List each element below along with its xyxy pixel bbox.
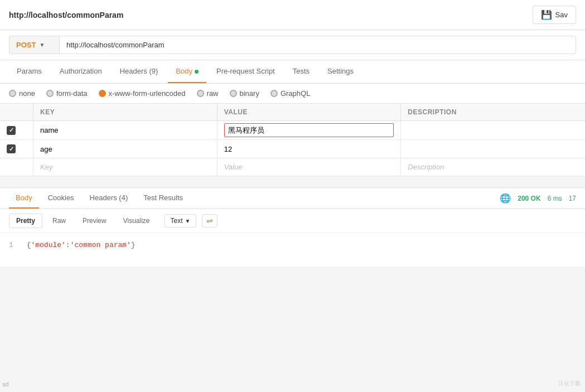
format-tab-pretty[interactable]: Pretty — [9, 214, 42, 228]
row1-checkbox[interactable]: ✓ — [7, 126, 16, 135]
radio-graphql[interactable]: GraphQL — [270, 89, 310, 98]
text-format-label: Text — [171, 217, 183, 225]
tab-tests[interactable]: Tests — [285, 60, 317, 83]
format-tab-raw[interactable]: Raw — [46, 214, 72, 228]
table-row-empty: Key Value Description — [0, 158, 585, 176]
row1-value-input[interactable] — [224, 123, 394, 137]
url-input[interactable] — [59, 36, 576, 54]
format-tab-preview[interactable]: Preview — [76, 214, 113, 228]
header-value: VALUE — [217, 104, 402, 120]
response-tab-test-results[interactable]: Test Results — [137, 188, 190, 209]
radio-raw-dot — [197, 90, 204, 97]
tab-pre-request[interactable]: Pre-request Script — [209, 60, 283, 83]
radio-x-www-urlencoded-dot — [99, 90, 106, 97]
url-bar: http://localhost/commonParam 💾 Sav — [0, 0, 585, 30]
code-module-value: 'common param' — [70, 241, 131, 249]
save-label: Sav — [555, 11, 568, 19]
code-module-key: 'module' — [31, 241, 65, 249]
status-time: 6 ms — [548, 195, 562, 202]
response-tab-cookies[interactable]: Cookies — [41, 188, 81, 209]
method-chevron-icon: ▼ — [39, 42, 45, 48]
params-table: KEY VALUE DESCRIPTION ✓ ✓ — [0, 104, 585, 176]
wrap-button[interactable]: ⇌ — [202, 214, 217, 228]
body-type-row: none form-data x-www-form-urlencoded raw… — [0, 84, 585, 104]
row1-key-cell — [33, 121, 217, 139]
radio-form-data-dot — [46, 90, 54, 97]
table-row: ✓ — [0, 140, 585, 158]
format-tab-visualize[interactable]: Visualize — [117, 214, 157, 228]
table-row: ✓ — [0, 121, 585, 140]
globe-icon: 🌐 — [500, 193, 511, 204]
method-select[interactable]: POST ▼ — [9, 36, 59, 54]
response-status-area: 🌐 200 OK 6 ms 17 — [500, 193, 576, 204]
response-tabs-row: Body Cookies Headers (4) Test Results 🌐 … — [0, 188, 585, 209]
row1-value-cell — [217, 121, 402, 139]
row2-desc-cell — [401, 140, 585, 158]
text-format-dropdown[interactable]: Text ▼ — [165, 214, 197, 228]
response-tab-body[interactable]: Body — [9, 188, 39, 209]
tab-headers[interactable]: Headers (9) — [112, 60, 166, 83]
row2-check-icon: ✓ — [9, 146, 14, 153]
url-bar-text: http://localhost/commonParam — [9, 11, 123, 20]
header-key: KEY — [33, 104, 217, 120]
row2-checkbox-cell: ✓ — [0, 140, 33, 158]
empty-value-placeholder: Value — [224, 163, 243, 171]
format-tabs-row: Pretty Raw Preview Visualize Text ▼ ⇌ — [0, 209, 585, 233]
radio-form-data[interactable]: form-data — [46, 89, 88, 98]
body-active-dot — [195, 70, 199, 74]
response-section: Body Cookies Headers (4) Test Results 🌐 … — [0, 187, 585, 267]
row1-checkbox-cell: ✓ — [0, 121, 33, 139]
row2-value-cell — [217, 140, 402, 158]
radio-binary-dot — [230, 90, 237, 97]
response-tab-headers[interactable]: Headers (4) — [83, 188, 135, 209]
tab-authorization[interactable]: Authorization — [52, 60, 110, 83]
code-area: 1 {'module':'common param'} — [0, 233, 585, 267]
save-icon: 💾 — [541, 9, 552, 20]
method-label: POST — [16, 41, 36, 49]
status-ok: 200 OK — [518, 195, 540, 202]
tab-body[interactable]: Body — [168, 60, 206, 83]
row2-value-input[interactable] — [224, 145, 394, 153]
empty-key-placeholder: Key — [40, 163, 52, 171]
empty-desc-placeholder: Description — [408, 163, 444, 171]
tab-params[interactable]: Params — [9, 60, 50, 83]
spacer — [0, 176, 585, 183]
status-size: 17 — [569, 195, 576, 202]
save-button[interactable]: 💾 Sav — [533, 6, 576, 24]
line-number-1: 1 — [9, 241, 13, 249]
radio-x-www-form-urlencoded[interactable]: x-www-form-urlencoded — [99, 89, 186, 98]
header-checkbox-col — [0, 104, 33, 120]
code-close-brace: } — [131, 241, 136, 249]
empty-desc-cell: Description — [401, 158, 585, 176]
row2-key-cell — [33, 140, 217, 158]
radio-raw[interactable]: raw — [197, 89, 219, 98]
row1-key-input[interactable] — [40, 126, 210, 134]
empty-value-cell: Value — [217, 158, 402, 176]
row2-key-input[interactable] — [40, 145, 210, 153]
wrap-icon: ⇌ — [206, 216, 213, 225]
code-colon: : — [66, 241, 70, 249]
radio-none[interactable]: none — [9, 89, 35, 98]
radio-binary[interactable]: binary — [230, 89, 259, 98]
radio-none-dot — [9, 90, 16, 97]
row1-desc-cell — [401, 121, 585, 139]
tab-settings[interactable]: Settings — [320, 60, 361, 83]
empty-checkbox-cell — [0, 158, 33, 176]
request-row: POST ▼ — [0, 30, 585, 60]
row1-desc-input[interactable] — [408, 126, 578, 134]
row2-checkbox[interactable]: ✓ — [7, 144, 16, 153]
row2-desc-input[interactable] — [408, 145, 578, 153]
radio-graphql-dot — [270, 90, 278, 97]
header-description: DESCRIPTION — [401, 104, 585, 120]
text-format-chevron-icon: ▼ — [185, 218, 191, 224]
empty-key-cell: Key — [33, 158, 217, 176]
table-header: KEY VALUE DESCRIPTION — [0, 104, 585, 121]
request-tabs-row: Params Authorization Headers (9) Body Pr… — [0, 60, 585, 84]
row1-check-icon: ✓ — [9, 127, 14, 134]
